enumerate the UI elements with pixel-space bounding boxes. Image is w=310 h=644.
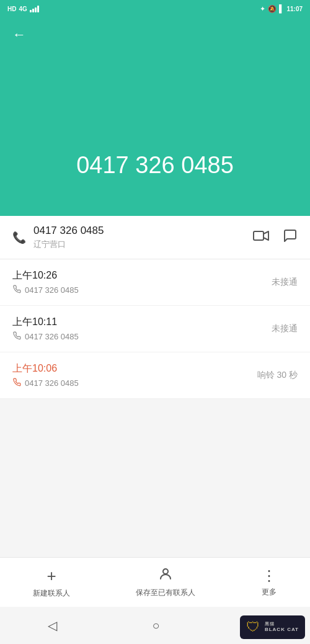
call-time-3: 上午10:06	[12, 362, 79, 375]
new-contact-button[interactable]: + 新建联系人	[33, 566, 70, 599]
call-log-item-3: 上午10:06 0417 326 0485 响铃 30 秒	[0, 352, 310, 399]
status-bar-left: HD 4G	[7, 5, 39, 12]
call-log-item: 上午10:26 0417 326 0485 未接通	[0, 259, 310, 306]
svg-point-1	[163, 569, 168, 574]
signal-bars	[30, 5, 39, 12]
call-status-1: 未接通	[272, 277, 298, 288]
watermark-text: 黑猫 BLACK CAT	[265, 622, 299, 633]
save-contact-label: 保存至已有联系人	[136, 588, 195, 598]
video-call-icon[interactable]	[253, 230, 269, 246]
back-button[interactable]: ←	[12, 27, 26, 43]
call-log-left-3: 上午10:06 0417 326 0485	[12, 362, 79, 388]
contact-actions	[253, 228, 298, 247]
call-time-1: 上午10:26	[12, 269, 79, 282]
nav-back-button[interactable]: ◁	[35, 613, 69, 638]
status-bar-right: ✦ 🔕 ▌ 11:07	[260, 4, 303, 13]
person-icon	[158, 566, 173, 585]
svg-rect-0	[254, 231, 264, 240]
contact-left: 📞 0417 326 0485 辽宁营口	[12, 225, 104, 250]
more-icon: ⋮	[262, 567, 277, 584]
time-label: 11:07	[286, 6, 303, 12]
contact-info: 0417 326 0485 辽宁营口	[33, 225, 104, 250]
signal-label: 4G	[19, 6, 27, 12]
watermark: 🛡 黑猫 BLACK CAT	[240, 615, 305, 639]
message-icon[interactable]	[283, 228, 298, 247]
status-bar: HD 4G ✦ 🔕 ▌ 11:07	[0, 0, 310, 17]
call-log-left-2: 上午10:11 0417 326 0485	[12, 316, 79, 342]
phone-number-large: 0417 326 0485	[76, 152, 234, 179]
call-number-row-2: 0417 326 0485	[12, 331, 79, 342]
call-status-2: 未接通	[272, 323, 298, 334]
contact-phone: 0417 326 0485	[33, 225, 104, 237]
bluetooth-icon: ✦	[260, 5, 265, 13]
signal-bar-4	[37, 6, 39, 12]
more-button[interactable]: ⋮ 更多	[262, 567, 277, 597]
battery-icon: ▌	[279, 4, 285, 13]
call-log-left-1: 上午10:26 0417 326 0485	[12, 269, 79, 295]
contact-row: 📞 0417 326 0485 辽宁营口	[0, 216, 310, 259]
alarm-icon: 🔕	[268, 5, 277, 13]
call-direction-icon-1	[12, 285, 21, 295]
call-log-item-2: 上午10:11 0417 326 0485 未接通	[0, 306, 310, 352]
new-contact-label: 新建联系人	[33, 588, 70, 599]
nav-home-button[interactable]: ○	[140, 614, 172, 638]
call-direction-icon-3	[12, 378, 21, 388]
call-time-2: 上午10:11	[12, 316, 79, 329]
call-number-row-1: 0417 326 0485	[12, 285, 79, 295]
watermark-shield-icon: 🛡	[246, 619, 260, 635]
carrier-label: HD	[7, 6, 16, 12]
call-number-row-3: 0417 326 0485	[12, 378, 79, 388]
call-number-1: 0417 326 0485	[25, 285, 79, 295]
phone-icon: 📞	[12, 231, 26, 244]
call-status-3: 响铃 30 秒	[257, 370, 298, 381]
more-label: 更多	[262, 587, 277, 597]
save-to-contact-button[interactable]: 保存至已有联系人	[136, 566, 195, 598]
content-area: 📞 0417 326 0485 辽宁营口 上午10:26	[0, 216, 310, 399]
signal-bar-2	[32, 9, 34, 12]
add-icon: +	[47, 566, 56, 586]
call-number-3: 0417 326 0485	[25, 378, 79, 388]
bottom-toolbar: + 新建联系人 保存至已有联系人 ⋮ 更多	[0, 557, 310, 607]
signal-bar-1	[30, 10, 32, 12]
contact-location: 辽宁营口	[33, 239, 104, 250]
call-number-2: 0417 326 0485	[25, 332, 79, 341]
signal-bar-3	[35, 7, 37, 12]
call-direction-icon-2	[12, 331, 21, 342]
header-area: ← 0417 326 0485	[0, 17, 310, 216]
